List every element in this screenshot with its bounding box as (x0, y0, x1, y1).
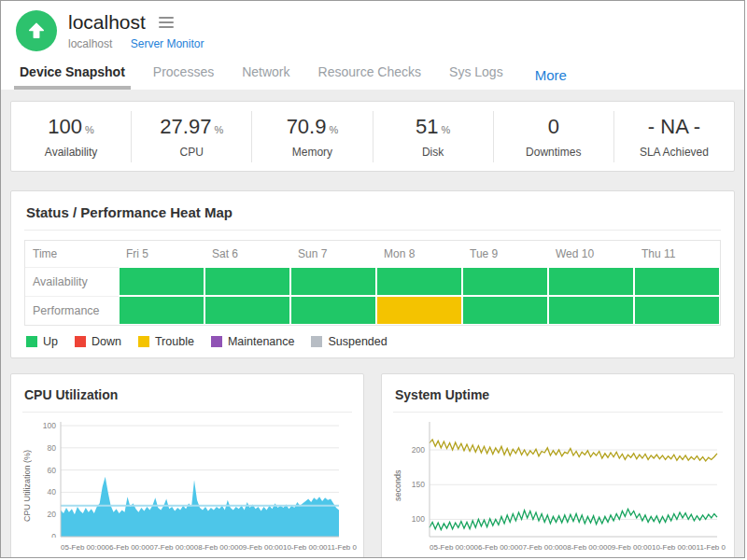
heatmap-row-performance: Performance (25, 296, 119, 325)
uptime-chart-ylabel: seconds (393, 420, 405, 552)
heatmap-card: Status / Performance Heat Map TimeFri 5S… (10, 190, 735, 358)
cpu-utilization-card: CPU Utilization CPU Utilization (%) 0204… (10, 373, 364, 558)
stat-label-availability: Availability (11, 146, 131, 159)
svg-text:0: 0 (51, 532, 56, 538)
x-tick-10-feb-00-00: 10-Feb 00:00 (652, 543, 697, 552)
heatmap-cell-availability-wed-10[interactable] (548, 267, 634, 296)
cpu-utilization-chart: 020406080100 (35, 420, 343, 538)
heatmap-cell-performance-tue-9[interactable] (462, 296, 548, 325)
stat-downtimes: 0Downtimes (494, 111, 614, 162)
heatmap-col-time: Time (25, 241, 119, 267)
x-tick-07-feb-00-00: 07-Feb 00:00 (518, 543, 563, 552)
page-body: 100%Availability27.97%CPU70.9%Memory51%D… (1, 90, 744, 558)
app-window: localhost localhost Server Monitor Devic… (0, 0, 745, 558)
x-tick-06-feb-00-00: 06-Feb 00:00 (106, 543, 150, 552)
breadcrumb-device: localhost (68, 37, 112, 50)
stat-value-availability: 100% (11, 115, 131, 139)
heatmap-cell-performance-sat-6[interactable] (204, 296, 290, 325)
legend-item-trouble: Trouble (138, 335, 194, 348)
cpu-chart-xaxis: 05-Feb 00:0006-Feb 00:0007-Feb 00:0008-F… (61, 543, 341, 552)
x-tick-09-feb-00-00: 09-Feb 00:00 (607, 543, 652, 552)
svg-text:150: 150 (412, 480, 425, 489)
up-arrow-icon (26, 21, 47, 41)
system-uptime-chart: 100150200 (405, 420, 721, 538)
x-tick-08-feb-00-00: 08-Feb 00:00 (194, 543, 239, 552)
tab-processes[interactable]: Processes (151, 59, 216, 90)
uptime-chart-title: System Uptime (393, 384, 723, 413)
tab-more[interactable]: More (529, 62, 569, 90)
tab-bar: Device SnapshotProcessesNetworkResource … (16, 59, 729, 90)
heatmap-col-sat-6: Sat 6 (204, 241, 290, 267)
legend-item-up: Up (26, 335, 58, 348)
x-tick-11-feb-0: 11-Feb 0 (328, 543, 357, 552)
heatmap-col-wed-10: Wed 10 (548, 241, 634, 267)
svg-text:200: 200 (412, 445, 425, 455)
legend-swatch-maintenance (211, 336, 222, 347)
stat-value-disk: 51% (374, 115, 493, 139)
svg-text:20: 20 (48, 510, 57, 519)
stat-cpu: 27.97%CPU (132, 111, 252, 162)
heatmap-cell-performance-sun-7[interactable] (290, 296, 376, 325)
cpu-chart-ylabel: CPU Utilization (%) (22, 420, 35, 552)
legend-swatch-suspended (311, 336, 322, 347)
stat-value-downtimes: 0 (494, 115, 613, 139)
stat-disk: 51%Disk (374, 111, 494, 162)
heatmap-col-thu-11: Thu 11 (634, 241, 720, 267)
device-header: localhost localhost Server Monitor Devic… (1, 1, 744, 90)
stat-label-cpu: CPU (132, 146, 251, 159)
legend-swatch-down (75, 336, 86, 347)
heatmap-cell-performance-mon-8[interactable] (376, 296, 462, 325)
stat-sla-achieved: - NA -SLA Achieved (614, 111, 734, 162)
tab-sys-logs[interactable]: Sys Logs (447, 59, 505, 90)
x-tick-11-feb-0: 11-Feb 0 (697, 543, 726, 552)
uptime-chart-xaxis: 05-Feb 00:0006-Feb 00:0007-Feb 00:0008-F… (430, 543, 719, 552)
heatmap-col-fri-5: Fri 5 (119, 241, 204, 267)
heatmap-cell-performance-thu-11[interactable] (634, 296, 720, 325)
x-tick-09-feb-00-00: 09-Feb 00:00 (238, 543, 283, 552)
heatmap-col-tue-9: Tue 9 (462, 241, 548, 267)
x-tick-08-feb-00-00: 08-Feb 00:00 (563, 543, 608, 552)
legend-swatch-up (26, 336, 37, 347)
heatmap-cell-performance-wed-10[interactable] (548, 296, 634, 325)
breadcrumb-category-link[interactable]: Server Monitor (131, 37, 204, 50)
stat-value-cpu: 27.97% (132, 115, 251, 139)
device-status-avatar (16, 10, 57, 51)
heatmap-title: Status / Performance Heat Map (24, 201, 721, 231)
tab-device-snapshot[interactable]: Device Snapshot (18, 59, 127, 90)
heatmap-legend: UpDownTroubleMaintenanceSuspended (24, 335, 721, 348)
legend-item-maintenance: Maintenance (211, 335, 295, 348)
heatmap-cell-availability-sun-7[interactable] (290, 267, 376, 296)
tab-network[interactable]: Network (240, 59, 291, 90)
x-tick-05-feb-00-00: 05-Feb 00:00 (430, 543, 474, 552)
heatmap-cell-availability-tue-9[interactable] (462, 267, 548, 296)
heatmap-cell-performance-fri-5[interactable] (119, 296, 204, 325)
x-tick-10-feb-00-00: 10-Feb 00:00 (283, 543, 328, 552)
heatmap-cell-availability-thu-11[interactable] (634, 267, 720, 296)
stat-label-downtimes: Downtimes (494, 146, 613, 159)
breadcrumb: localhost Server Monitor (68, 37, 204, 50)
svg-text:80: 80 (48, 443, 57, 453)
menu-icon[interactable] (157, 15, 176, 30)
heatmap-cell-availability-mon-8[interactable] (376, 267, 462, 296)
svg-text:60: 60 (48, 466, 57, 475)
page-title: localhost (68, 11, 146, 34)
x-tick-06-feb-00-00: 06-Feb 00:00 (474, 543, 519, 552)
legend-swatch-trouble (138, 336, 149, 347)
stat-availability: 100%Availability (11, 111, 132, 162)
svg-text:100: 100 (412, 514, 425, 524)
stat-memory: 70.9%Memory (252, 111, 373, 162)
stat-label-disk: Disk (374, 146, 493, 159)
heatmap-table: TimeFri 5Sat 6Sun 7Mon 8Tue 9Wed 10Thu 1… (24, 240, 721, 326)
tab-resource-checks[interactable]: Resource Checks (317, 59, 424, 90)
heatmap-col-mon-8: Mon 8 (376, 241, 462, 267)
legend-item-down: Down (75, 335, 121, 348)
summary-stats-card: 100%Availability27.97%CPU70.9%Memory51%D… (10, 101, 735, 172)
x-tick-07-feb-00-00: 07-Feb 00:00 (149, 543, 194, 552)
cpu-chart-title: CPU Utilization (22, 384, 352, 413)
stat-value-sla-achieved: - NA - (614, 115, 734, 139)
stat-label-sla-achieved: SLA Achieved (614, 146, 734, 159)
heatmap-cell-availability-sat-6[interactable] (204, 267, 290, 296)
stat-label-memory: Memory (252, 146, 372, 159)
svg-text:100: 100 (43, 421, 56, 430)
heatmap-cell-availability-fri-5[interactable] (119, 267, 204, 296)
